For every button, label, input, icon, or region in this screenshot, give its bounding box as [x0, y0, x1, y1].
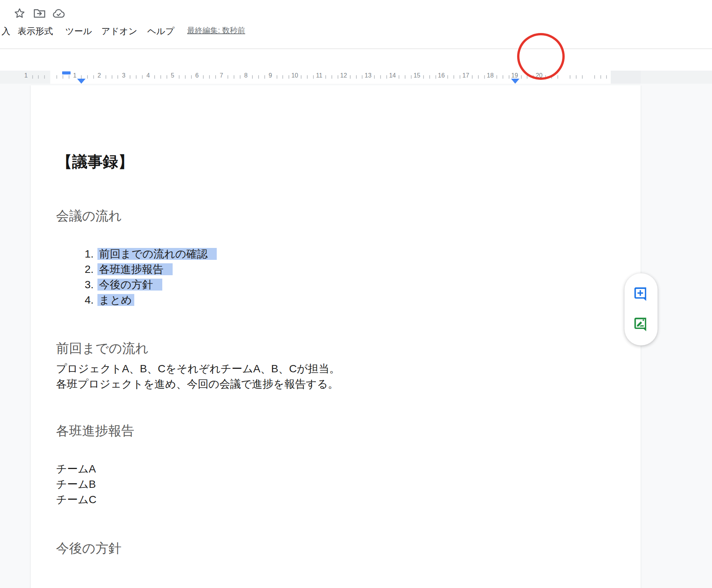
agenda-list: 1.前回までの流れの確認 2.各班進捗報告 3.今後の方針 4.まとめ: [56, 246, 217, 308]
toolbar: 標準テキス... Arial − 11 + B I U A: [0, 49, 712, 71]
team-line: チームC: [56, 492, 97, 507]
header: 入 表示形式 ツール アドオン ヘルプ 最終編集: 数秒前: [0, 0, 712, 49]
list-item: 1.前回までの流れの確認: [56, 246, 217, 262]
list-item: 2.各班進捗報告: [56, 262, 217, 277]
doc-title: 【議事録】: [57, 151, 134, 172]
paragraph-line: プロジェクトA、B、CをそれぞれチームA、B、Cが担当。: [56, 361, 340, 377]
doc-heading-policy: 今後の方針: [56, 540, 122, 557]
list-number: 2.: [56, 262, 97, 277]
left-indent-marker[interactable]: [77, 79, 86, 84]
add-comment-icon: [632, 286, 650, 304]
right-indent-marker[interactable]: [511, 79, 519, 84]
menu-format[interactable]: 表示形式: [18, 25, 53, 38]
doc-heading-previous: 前回までの流れ: [56, 340, 148, 357]
last-edit-link[interactable]: 最終編集: 数秒前: [187, 25, 245, 36]
add-comment-fab[interactable]: [632, 286, 650, 304]
suggest-edit-icon: [632, 316, 650, 334]
ruler-right-margin-shade: [611, 71, 641, 84]
list-number: 1.: [56, 246, 97, 262]
menu-addons[interactable]: アドオン: [101, 25, 137, 38]
menu-insert-partial[interactable]: 入: [2, 25, 10, 38]
selected-text: 前回までの流れの確認: [97, 248, 217, 260]
list-number: 3.: [56, 277, 97, 292]
list-item: 3.今後の方針: [56, 277, 217, 292]
team-line: チームB: [56, 477, 97, 492]
list-number: 4.: [56, 292, 97, 308]
doc-paragraph: プロジェクトA、B、CをそれぞれチームA、B、Cが担当。 各班プロジェクトを進め…: [56, 361, 340, 392]
team-list: チームA チームB チームC: [56, 461, 97, 507]
menu-help[interactable]: ヘルプ: [147, 25, 175, 38]
ruler[interactable]: 11234567891011121314151617181920: [0, 71, 712, 84]
first-line-indent-marker[interactable]: [62, 71, 71, 74]
document-canvas: 【議事録】 会議の流れ 1.前回までの流れの確認 2.各班進捗報告 3.今後の方…: [0, 84, 712, 588]
doc-heading-agenda: 会議の流れ: [56, 207, 122, 225]
paragraph-line: 各班プロジェクトを進め、今回の会議で進捗を報告する。: [56, 377, 340, 392]
doc-heading-progress: 各班進捗報告: [56, 422, 134, 440]
selected-text: 各班進捗報告: [97, 263, 173, 275]
menu-tools[interactable]: ツール: [65, 25, 92, 38]
selected-text: 今後の方針: [97, 279, 162, 291]
star-icon[interactable]: [12, 6, 27, 21]
suggest-edits-fab[interactable]: [632, 316, 650, 334]
move-folder-icon[interactable]: [32, 6, 47, 21]
list-item: 4.まとめ: [56, 292, 217, 308]
document-page[interactable]: 【議事録】 会議の流れ 1.前回までの流れの確認 2.各班進捗報告 3.今後の方…: [31, 85, 641, 588]
team-line: チームA: [56, 461, 97, 477]
selected-text: まとめ: [97, 294, 134, 306]
cloud-saved-icon[interactable]: [51, 6, 66, 21]
floating-action-pill: [625, 273, 658, 345]
google-docs-window: 入 表示形式 ツール アドオン ヘルプ 最終編集: 数秒前 標準テキス... A…: [0, 0, 712, 588]
